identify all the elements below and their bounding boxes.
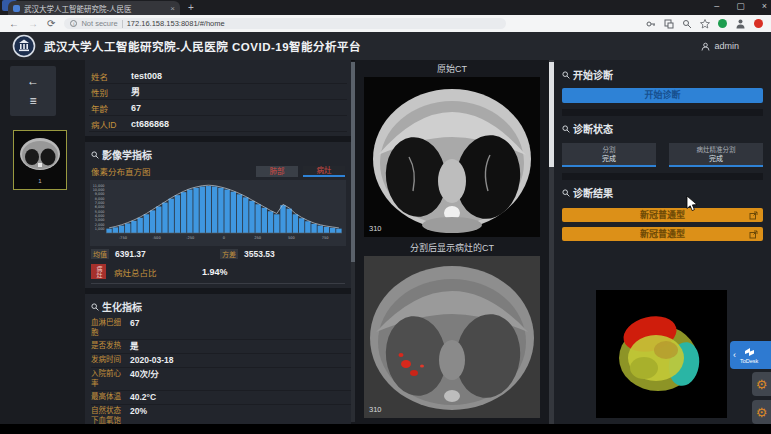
patient-field-label: 性别 bbox=[91, 86, 131, 98]
thumbnail-index-label: 1 bbox=[38, 178, 41, 184]
back-arrow-icon[interactable]: ← bbox=[9, 18, 19, 29]
status-section-label: 诊断状态 bbox=[573, 121, 613, 136]
side-tool-tile-2[interactable]: ⚙ bbox=[752, 400, 771, 424]
svg-text:250: 250 bbox=[254, 236, 262, 240]
window-maximize-button[interactable]: ▢ bbox=[736, 0, 745, 13]
app-logo-icon bbox=[12, 34, 36, 58]
svg-text:-500: -500 bbox=[153, 236, 162, 240]
status-state: 完成 bbox=[709, 154, 723, 163]
username-label: admin bbox=[714, 41, 739, 51]
slice-number-top: 310 bbox=[369, 224, 382, 233]
patient-row: 性别 男 bbox=[89, 84, 347, 100]
histogram-chart: 1,0002,0003,0004,0005,0006,0007,0008,000… bbox=[90, 180, 346, 246]
variance-value: 3553.53 bbox=[244, 249, 275, 259]
url-text: 172.16.158.153:8081/#/home bbox=[127, 19, 225, 28]
svg-text:10,000: 10,000 bbox=[93, 188, 105, 192]
divider bbox=[562, 109, 763, 116]
result-button-2[interactable]: 新冠普通型 bbox=[562, 227, 763, 241]
bookmark-star-icon[interactable] bbox=[700, 19, 710, 29]
side-tool-tile-1[interactable]: ⚙ bbox=[752, 372, 771, 396]
screen: 武汉大学人工智能研究院-人民医 × + – ▢ × ← → ⟳ i Not se… bbox=[0, 0, 771, 434]
ct-thumbnail[interactable]: 1 bbox=[13, 130, 67, 190]
user-menu[interactable]: admin bbox=[701, 41, 739, 51]
segmented-ct-caption: 分割后显示病灶的CT bbox=[355, 241, 549, 254]
refresh-icon[interactable]: ⟳ bbox=[47, 18, 55, 29]
patient-row: 姓名 test008 bbox=[89, 68, 347, 84]
patient-field-label: 年龄 bbox=[91, 102, 131, 114]
patient-field-value: ct686868 bbox=[131, 119, 169, 129]
start-section-label: 开始诊断 bbox=[573, 67, 613, 82]
lesion-3d-render[interactable] bbox=[596, 290, 727, 418]
translate-icon[interactable] bbox=[664, 19, 674, 29]
menu-hamburger-icon[interactable]: ≡ bbox=[29, 95, 36, 107]
mean-value: 6391.37 bbox=[115, 249, 146, 259]
lesion-ratio-label: 病灶总占比 bbox=[114, 266, 184, 278]
patient-row: 年龄 67 bbox=[89, 100, 347, 116]
start-diagnosis-button[interactable]: 开始诊断 bbox=[562, 88, 763, 103]
site-info-icon[interactable]: i bbox=[70, 20, 77, 27]
window-minimize-button[interactable]: – bbox=[714, 0, 719, 13]
zoom-icon[interactable] bbox=[682, 19, 692, 29]
collapse-arrow-icon[interactable]: ‹ bbox=[733, 350, 736, 360]
back-icon[interactable]: ← bbox=[27, 75, 39, 87]
external-link-icon bbox=[749, 211, 758, 220]
bio-label: 最高体温 bbox=[91, 392, 128, 402]
page-title: 武汉大学人工智能研究院-人民医院 COVID-19智能分析平台 bbox=[44, 38, 361, 54]
bio-row: 最高体温 40.2°C bbox=[91, 391, 351, 405]
original-ct-image[interactable]: 310 bbox=[364, 77, 540, 237]
patient-field-value: test008 bbox=[131, 71, 162, 81]
svg-text:11,000: 11,000 bbox=[93, 184, 105, 188]
browser-toolbar: ← → ⟳ i Not secure 172.16.158.153:8081/#… bbox=[0, 15, 771, 32]
status-lesion-segmentation: 病灶精准分割 完成 bbox=[669, 143, 763, 167]
browser-tab[interactable]: 武汉大学人工智能研究院-人民医 × bbox=[8, 1, 180, 15]
tab-lung[interactable]: 肺部 bbox=[256, 166, 298, 177]
browser-tab-strip: 武汉大学人工智能研究院-人民医 × + – ▢ × bbox=[0, 0, 771, 15]
status-name: 分割 bbox=[603, 146, 616, 154]
mean-label: 均值 bbox=[91, 249, 109, 259]
svg-text:4,000: 4,000 bbox=[95, 214, 105, 218]
variance-label: 方差 bbox=[220, 249, 238, 259]
svg-text:750: 750 bbox=[322, 236, 330, 240]
todesk-widget[interactable]: ‹ ToDesk bbox=[730, 341, 771, 369]
profile-icon[interactable] bbox=[735, 18, 746, 29]
result-section-label: 诊断结果 bbox=[573, 185, 613, 200]
svg-text:0: 0 bbox=[223, 236, 226, 240]
tab-close-icon[interactable]: × bbox=[170, 4, 175, 13]
bio-row: 入院前心率 40次/分 bbox=[91, 368, 351, 391]
result-label: 新冠普通型 bbox=[640, 229, 685, 239]
gear-icon: ⚙ bbox=[756, 405, 768, 420]
extension-badge-icon[interactable] bbox=[754, 19, 763, 28]
patient-panel: 姓名 test008 性别 男 年龄 67 病人ID bbox=[85, 60, 351, 424]
svg-text:2,000: 2,000 bbox=[95, 223, 105, 227]
svg-text:5,000: 5,000 bbox=[95, 210, 105, 214]
segmented-ct-image[interactable]: 310 bbox=[364, 256, 540, 418]
person-icon bbox=[701, 42, 710, 51]
bio-row: 是否发热 是 bbox=[91, 340, 351, 354]
slice-number-bottom: 310 bbox=[369, 405, 382, 414]
address-divider bbox=[122, 20, 123, 28]
bio-row: 血淋巴细胞 67 bbox=[91, 317, 351, 340]
external-link-icon bbox=[749, 230, 758, 239]
forward-arrow-icon[interactable]: → bbox=[28, 18, 38, 29]
avatar[interactable] bbox=[718, 19, 727, 28]
status-state: 完成 bbox=[602, 154, 616, 163]
tab-favicon-icon bbox=[13, 5, 20, 12]
svg-text:500: 500 bbox=[288, 236, 296, 240]
result-button-1[interactable]: 新冠普通型 bbox=[562, 208, 763, 222]
mean-stat: 均值 6391.37 bbox=[91, 249, 216, 259]
bio-value: 67 bbox=[130, 318, 139, 328]
tab-lesion[interactable]: 病灶 bbox=[303, 166, 345, 177]
patient-field-label: 姓名 bbox=[91, 70, 131, 82]
mouse-cursor bbox=[686, 196, 700, 212]
magnifier-icon bbox=[91, 151, 99, 159]
bio-section-title: 生化指标 bbox=[85, 294, 351, 317]
address-bar[interactable]: i Not secure 172.16.158.153:8081/#/home bbox=[64, 18, 506, 29]
chart-title: 像素分布直方图 bbox=[91, 165, 251, 177]
bio-label: 血淋巴细胞 bbox=[91, 318, 128, 338]
new-tab-button[interactable]: + bbox=[188, 2, 194, 13]
window-close-button[interactable]: × bbox=[762, 0, 767, 13]
key-icon[interactable] bbox=[646, 19, 656, 29]
bio-label: 入院前心率 bbox=[91, 369, 128, 389]
ct-thumbnail-image bbox=[17, 131, 63, 177]
svg-text:-250: -250 bbox=[186, 236, 195, 240]
